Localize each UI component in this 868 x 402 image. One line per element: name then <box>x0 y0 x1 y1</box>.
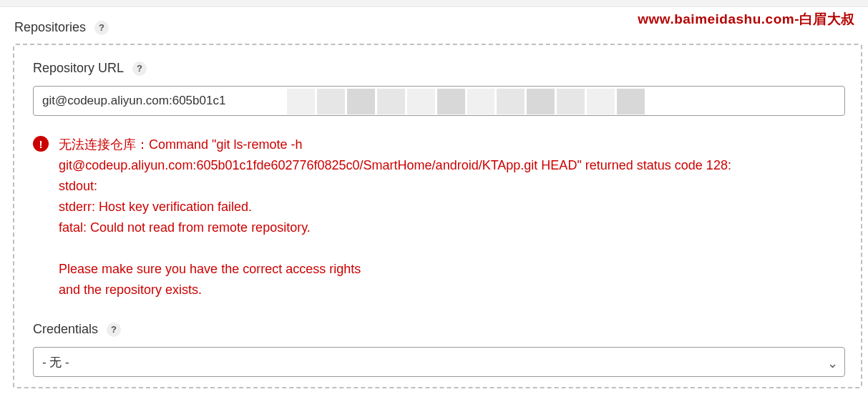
help-icon[interactable]: ? <box>94 21 109 35</box>
credentials-block: Credentials ? - 无 - ⌄ <box>33 322 845 377</box>
top-bar <box>0 0 868 7</box>
help-icon[interactable]: ? <box>132 62 147 76</box>
credentials-select[interactable]: - 无 - <box>33 347 845 377</box>
repositories-label-text: Repositories <box>14 20 86 35</box>
error-icon: ! <box>33 136 49 152</box>
repository-url-label: Repository URL ? <box>33 61 845 76</box>
repository-config-panel: Repository URL ? ! 无法连接仓库：Command "git l… <box>13 44 862 388</box>
repository-url-input[interactable] <box>33 86 845 116</box>
credentials-label-text: Credentials <box>33 322 98 337</box>
error-message-row: ! 无法连接仓库：Command "git ls-remote -h git@c… <box>33 134 845 300</box>
error-message-text: 无法连接仓库：Command "git ls-remote -h git@cod… <box>59 134 731 300</box>
credentials-select-wrap: - 无 - ⌄ <box>33 347 845 377</box>
repository-url-input-wrap <box>33 86 845 116</box>
help-icon[interactable]: ? <box>107 323 121 337</box>
repository-url-label-text: Repository URL <box>33 61 124 76</box>
credentials-label: Credentials ? <box>33 322 845 337</box>
watermark-text: www.baimeidashu.com-白眉大叔 <box>638 10 855 29</box>
